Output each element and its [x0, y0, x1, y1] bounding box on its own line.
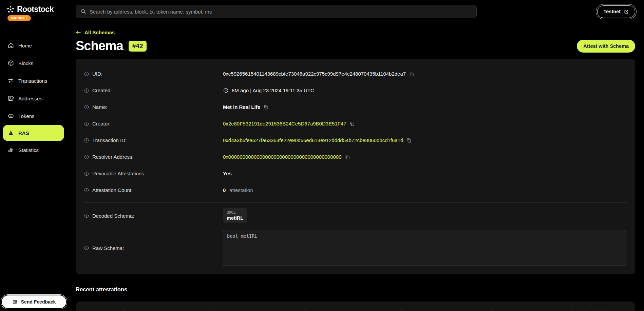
network-badge: MAINNET — [7, 15, 31, 21]
sidebar-item-home[interactable]: Home — [0, 37, 69, 54]
info-icon — [84, 104, 89, 110]
sidebar: Rootstock MAINNET Home Blocks — [0, 0, 69, 311]
attest-with-schema-button[interactable]: Attest with Schema — [577, 40, 635, 53]
detail-row-attestation-count: Attestation Count: 0attestation — [84, 182, 627, 198]
sidebar-item-tokens[interactable]: Tokens — [0, 107, 69, 125]
sidebar-item-label: Transactions — [18, 78, 47, 84]
sidebar-item-label: Tokens — [18, 113, 35, 119]
home-icon — [7, 42, 14, 49]
main-content: Testnet All Schemas Schema #42 Attest wi… — [69, 0, 644, 311]
copy-icon[interactable] — [263, 104, 269, 110]
page-title: Schema — [76, 39, 123, 53]
swap-arrows-icon — [7, 77, 14, 84]
name-value: Met in Real Life — [223, 104, 260, 110]
bar-chart-icon — [7, 147, 14, 153]
info-icon — [84, 213, 89, 218]
sidebar-item-label: Addresses — [18, 96, 42, 101]
feedback-note-icon — [12, 299, 18, 305]
revocable-value: Yes — [223, 171, 232, 176]
decoded-schema-label: Decoded Schema: — [92, 213, 134, 219]
recent-attestations-title: Recent attestations — [76, 286, 635, 293]
arrow-left-icon — [76, 30, 81, 35]
clock-icon — [223, 88, 229, 93]
decoded-schema-field: metIRL — [227, 215, 243, 221]
created-value: 8M ago | Aug 23 2024 19:11:35 UTC — [232, 88, 314, 93]
detail-row-created: Created: 8M ago | Aug 23 2024 19:11:35 U… — [84, 82, 627, 99]
detail-row-name: Name: Met in Real Life — [84, 99, 627, 115]
decoded-schema-chip: BOOL metIRL — [223, 208, 247, 223]
sidebar-item-ras[interactable]: RAS — [3, 125, 64, 141]
detail-row-transaction-id: Transaction ID: 0xd4a3b6fea627fa63363fe2… — [84, 132, 627, 149]
sidebar-item-addresses[interactable]: Addresses — [0, 90, 69, 107]
revocable-label: Revocable Attestations: — [92, 171, 146, 176]
sidebar-item-blocks[interactable]: Blocks — [0, 54, 69, 72]
sidebar-item-transactions[interactable]: Transactions — [0, 72, 69, 90]
search-icon — [80, 8, 87, 15]
section-divider — [84, 202, 627, 203]
info-icon — [84, 171, 89, 176]
uid-label: UID: — [92, 71, 102, 77]
send-feedback-button[interactable]: Send Feedback — [2, 295, 66, 308]
detail-row-uid: UID: 0xc59265615401143689cbfe73046a922c9… — [84, 65, 627, 82]
feedback-label: Send Feedback — [21, 299, 56, 305]
sidebar-item-label: RAS — [18, 130, 29, 136]
transaction-id-link[interactable]: 0xd4a3b6fea627fa63363fe22e90d66ed613e912… — [223, 137, 403, 143]
info-icon — [84, 154, 89, 160]
decoded-schema-type: BOOL — [227, 210, 243, 215]
ras-triangle-icon — [7, 130, 14, 136]
copy-icon[interactable] — [345, 154, 350, 160]
sidebar-nav: Home Blocks Transactions Addresses — [0, 37, 69, 159]
sidebar-item-label: Blocks — [18, 60, 33, 66]
info-icon — [84, 138, 89, 143]
testnet-switch-button[interactable]: Testnet — [597, 5, 636, 18]
creator-label: Creator: — [92, 121, 111, 127]
copy-icon[interactable] — [406, 138, 412, 143]
testnet-label: Testnet — [604, 9, 621, 14]
created-label: Created: — [92, 88, 112, 93]
column-header-schema[interactable]: Schema — [169, 310, 262, 311]
coin-icon — [7, 113, 14, 119]
uid-value: 0xc59265615401143689cbfe73046a922c975c99… — [223, 71, 406, 77]
column-header-datetime[interactable]: Date Time (UTC) — [542, 310, 635, 311]
contact-card-icon — [7, 95, 14, 102]
schema-details-card: UID: 0xc59265615401143689cbfe73046a922c9… — [76, 59, 635, 274]
sidebar-item-label: Statistics — [18, 147, 39, 153]
brand-name: Rootstock — [17, 5, 54, 14]
search-input[interactable] — [76, 5, 477, 18]
raw-schema-label: Raw Schema: — [92, 245, 124, 251]
column-header-to[interactable]: To — [356, 310, 449, 311]
raw-schema-textarea[interactable]: bool metIRL — [223, 230, 626, 266]
schema-id-badge: #42 — [129, 41, 147, 52]
attestation-count-label: Attestation Count: — [92, 187, 133, 193]
sidebar-item-statistics[interactable]: Statistics — [0, 141, 69, 159]
info-icon — [84, 245, 89, 251]
search-bar — [76, 5, 477, 18]
info-icon — [84, 188, 89, 193]
info-icon — [84, 121, 89, 127]
column-header-from[interactable]: From — [262, 310, 356, 311]
creator-address-link[interactable]: 0x2e80F532191de291536B24Ce5D67a9B0D3E51F… — [223, 121, 346, 127]
cube-icon — [7, 60, 14, 66]
attestation-count-unit: attestation — [229, 187, 253, 193]
transaction-id-label: Transaction ID: — [92, 137, 127, 143]
attestation-count-value: 0 — [223, 187, 226, 193]
copy-icon[interactable] — [349, 121, 355, 127]
attestations-table-header: UID Schema From To Type Date Time (UTC) — [76, 302, 635, 311]
detail-row-resolver-address: Resolver Address: 0x00000000000000000000… — [84, 149, 627, 165]
external-link-icon — [624, 9, 629, 14]
top-bar: Testnet — [76, 5, 635, 18]
rootstock-logo-icon — [6, 5, 15, 14]
resolver-address-link[interactable]: 0x00000000000000000000000000000000000000… — [223, 154, 342, 160]
column-header-type[interactable]: Type — [449, 310, 542, 311]
back-to-all-schemas-link[interactable]: All Schemas — [76, 30, 115, 35]
detail-row-decoded-schema: Decoded Schema: BOOL metIRL — [84, 206, 627, 225]
copy-icon[interactable] — [409, 71, 414, 77]
column-header-uid[interactable]: UID — [76, 310, 169, 311]
detail-row-raw-schema: Raw Schema: bool metIRL — [84, 230, 627, 266]
app-root: Rootstock MAINNET Home Blocks — [0, 0, 644, 311]
detail-row-creator: Creator: 0x2e80F532191de291536B24Ce5D67a… — [84, 115, 627, 132]
info-icon — [84, 88, 89, 93]
name-label: Name: — [92, 104, 107, 110]
info-icon — [84, 71, 89, 77]
resolver-address-label: Resolver Address: — [92, 154, 134, 160]
